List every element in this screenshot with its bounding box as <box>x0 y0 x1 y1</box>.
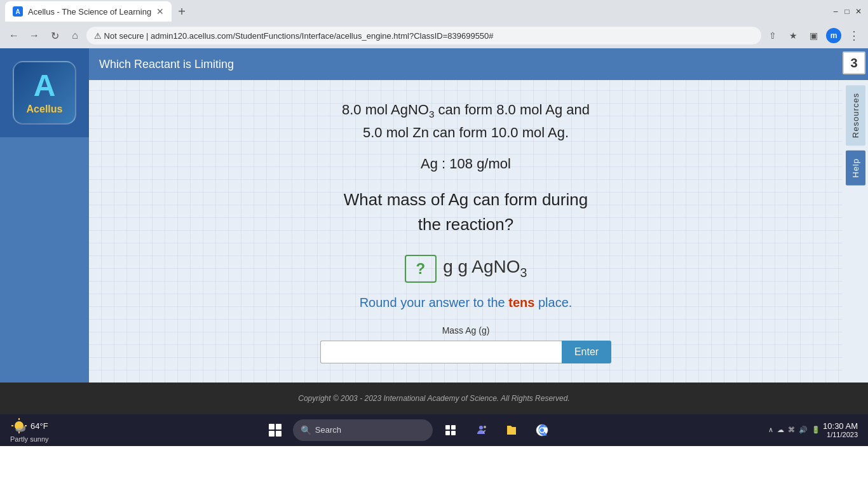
input-section: Mass Ag (g) Enter <box>320 325 611 363</box>
rounding-hint: Round your answer to the tens place. <box>360 295 573 310</box>
forward-button[interactable]: → <box>25 27 43 44</box>
task-view-icon <box>443 423 458 438</box>
svg-rect-5 <box>445 425 450 430</box>
wifi-icon: ⌘ <box>788 426 795 434</box>
taskbar-center: 🔍 Search <box>59 419 759 441</box>
window-controls: – □ ✕ <box>831 7 863 16</box>
logo-letter: A <box>34 71 56 101</box>
reload-button[interactable]: ↻ <box>46 27 64 44</box>
extensions-icon[interactable]: ▣ <box>804 27 822 44</box>
taskbar-clock: 10:30 AM 1/11/2023 <box>823 421 858 438</box>
tab-title: Acellus - The Science of Learning <box>28 7 151 17</box>
chrome-button[interactable] <box>529 420 555 440</box>
teams-icon <box>473 423 489 438</box>
url-input[interactable] <box>86 27 761 44</box>
search-label: Search <box>315 425 341 435</box>
new-tab-button[interactable]: + <box>174 4 189 19</box>
bookmark-icon[interactable]: ★ <box>784 27 802 44</box>
profile-icon[interactable]: m <box>825 27 843 44</box>
cloud-icon: ☁ <box>777 426 784 434</box>
chevron-up-icon[interactable]: ∧ <box>768 426 773 434</box>
tab-favicon: A <box>13 6 23 17</box>
clock-time: 10:30 AM <box>823 421 858 431</box>
mol-info-line: Ag : 108 g/mol <box>421 156 511 172</box>
system-tray-icons: ∧ ☁ ⌘ 🔊 🔋 <box>768 426 820 434</box>
footer: Copyright © 2003 - 2023 International Ac… <box>0 383 868 414</box>
share-icon[interactable]: ⇧ <box>764 27 782 44</box>
enter-button[interactable]: Enter <box>562 341 611 363</box>
mass-input[interactable] <box>320 341 562 363</box>
taskbar: 64°F Partly sunny 🔍 Search <box>0 414 868 446</box>
svg-rect-6 <box>451 425 456 430</box>
weather-desc: Partly sunny <box>10 435 49 443</box>
logo-sidebar: A Acellus <box>0 48 89 383</box>
right-panel: Resources Help <box>843 80 868 383</box>
input-row: Enter <box>320 341 611 363</box>
question-main-text: What mass of Ag can form during the reac… <box>344 187 588 237</box>
svg-point-10 <box>484 426 486 428</box>
chrome-menu-icon[interactable]: ⋮ <box>845 27 863 44</box>
weather-temp: 64°F <box>31 421 48 431</box>
copyright-text: Copyright © 2003 - 2023 International Ac… <box>298 394 570 403</box>
weather-widget: 64°F Partly sunny <box>5 417 54 443</box>
svg-rect-8 <box>451 431 456 435</box>
teams-button[interactable] <box>468 420 494 440</box>
windows-icon <box>268 423 283 438</box>
svg-rect-7 <box>445 431 450 435</box>
help-button[interactable]: Help <box>846 151 865 186</box>
files-button[interactable] <box>499 420 524 440</box>
taskbar-search[interactable]: 🔍 Search <box>293 419 433 441</box>
volume-icon: 🔊 <box>799 426 808 434</box>
acellus-logo: A Acellus <box>13 61 76 125</box>
start-button[interactable] <box>262 420 288 440</box>
logo-box: A Acellus <box>0 48 89 137</box>
back-button[interactable]: ← <box>5 27 23 44</box>
page-title: Which Reactant is Limiting <box>99 58 234 71</box>
files-icon <box>504 423 519 438</box>
logo-wordmark: Acellus <box>27 104 63 115</box>
chrome-icon <box>534 423 550 438</box>
browser-tab[interactable]: A Acellus - The Science of Learning ✕ <box>5 1 172 22</box>
svg-point-9 <box>479 426 483 430</box>
input-label: Mass Ag (g) <box>442 325 490 336</box>
answer-unit: g g AgNO3 <box>443 257 527 280</box>
weather-icon <box>10 417 28 435</box>
tab-close-button[interactable]: ✕ <box>156 6 164 17</box>
answer-placeholder-box: ? <box>405 255 437 283</box>
question-number-badge: 3 <box>843 51 865 74</box>
address-bar: ← → ↻ ⌂ ⇧ ★ ▣ m ⋮ <box>0 23 868 48</box>
maximize-button[interactable]: □ <box>843 7 851 16</box>
minimize-button[interactable]: – <box>831 7 840 16</box>
taskbar-right: ∧ ☁ ⌘ 🔊 🔋 10:30 AM 1/11/2023 <box>763 421 863 438</box>
home-button[interactable]: ⌂ <box>66 27 84 44</box>
main-content: 8.0 mol AgNO3 can form 8.0 mol Ag and 5.… <box>89 80 843 383</box>
svg-point-13 <box>540 428 544 432</box>
search-icon: 🔍 <box>301 425 311 435</box>
address-bar-icons: ⇧ ★ ▣ m ⋮ <box>764 27 863 44</box>
resources-button[interactable]: Resources <box>846 85 865 146</box>
task-view-button[interactable] <box>438 420 463 440</box>
answer-display-row: ? g g AgNO3 <box>405 255 527 283</box>
user-avatar: m <box>826 28 841 43</box>
battery-icon: 🔋 <box>811 426 820 434</box>
question-paragraph: 8.0 mol AgNO3 can form 8.0 mol Ag and 5.… <box>342 99 590 143</box>
clock-date: 1/11/2023 <box>823 431 858 438</box>
close-window-button[interactable]: ✕ <box>854 7 863 16</box>
